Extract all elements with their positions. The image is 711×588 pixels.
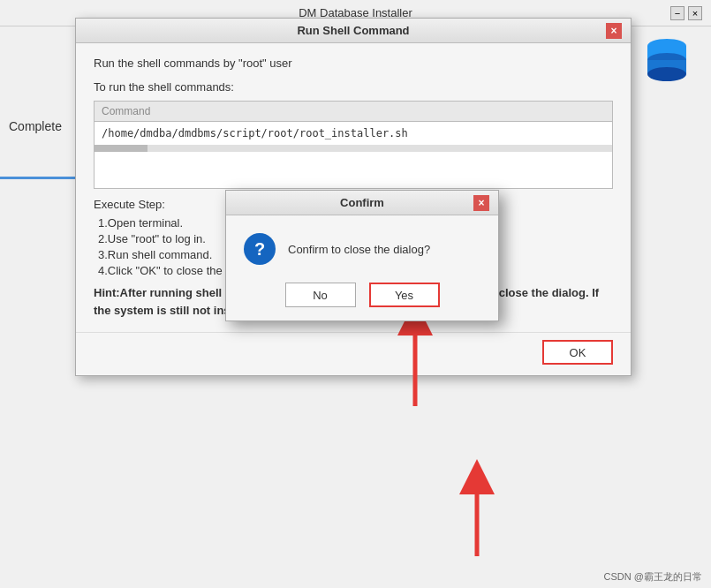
shell-dialog-close-btn[interactable]: ×: [606, 23, 622, 39]
shell-subtitle: Run the shell commands by "root" user: [94, 57, 613, 70]
ok-arrow: [424, 450, 565, 565]
shell-dialog-title: Run Shell Command: [297, 24, 409, 37]
confirm-title: Confirm: [340, 196, 384, 209]
shell-dialog-footer: OK: [76, 332, 631, 375]
bg-close-btn[interactable]: ×: [688, 6, 702, 20]
confirm-message: Confirm to close the dialog?: [288, 243, 430, 256]
confirm-close-btn[interactable]: ×: [473, 195, 489, 211]
shell-dialog-titlebar: Run Shell Command ×: [76, 19, 631, 43]
confirm-titlebar: Confirm ×: [226, 191, 498, 215]
command-scrollbar[interactable]: [95, 145, 612, 152]
ok-button[interactable]: OK: [542, 340, 613, 365]
confirm-icon: ?: [244, 233, 276, 265]
complete-label: Complete: [9, 119, 62, 133]
confirm-dialog: Confirm × ? Confirm to close the dialog?…: [225, 190, 499, 321]
confirm-body: ? Confirm to close the dialog?: [226, 215, 498, 278]
bg-titlebar-controls: − ×: [670, 6, 702, 20]
command-value: /home/dmdba/dmdbms/script/root/root_inst…: [95, 122, 612, 145]
confirm-no-button[interactable]: No: [285, 283, 356, 307]
watermark: CSDN @霸王龙的日常: [604, 570, 702, 584]
db-icon: [640, 35, 693, 88]
confirm-yes-button[interactable]: Yes: [369, 283, 440, 307]
confirm-footer: No Yes: [226, 278, 498, 320]
bg-window: DM Database Installer − × Complete Run S…: [0, 0, 711, 588]
scrollbar-thumb: [95, 145, 147, 152]
command-label: Command: [95, 102, 612, 122]
command-box: Command /home/dmdba/dmdbms/script/root/r…: [94, 101, 613, 189]
shell-instruction: To run the shell commands:: [94, 80, 613, 94]
svg-point-4: [647, 67, 686, 81]
minimize-btn[interactable]: −: [670, 6, 685, 20]
